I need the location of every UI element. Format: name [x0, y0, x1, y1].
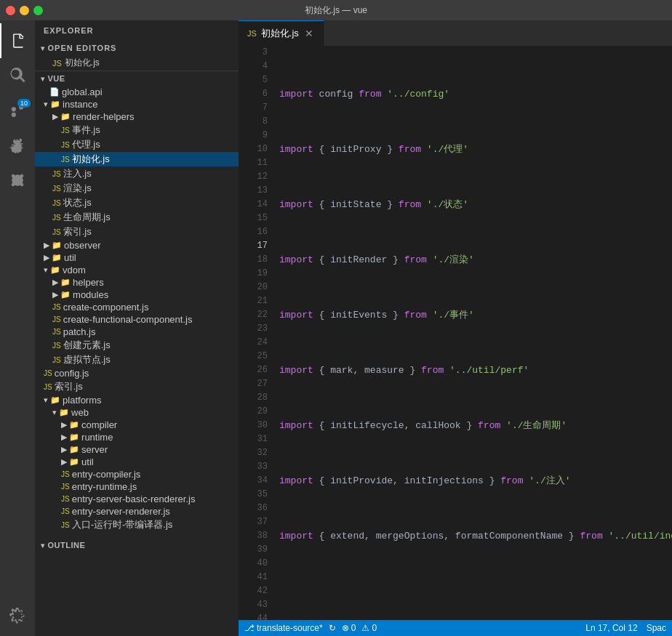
vue-section-header[interactable]: ▾ VUE	[35, 71, 239, 86]
open-editors-list: JS 初始化.js	[35, 55, 239, 71]
tab-file-icon: JS	[247, 29, 257, 38]
file-icon-index2: JS	[44, 383, 52, 391]
window-controls	[6, 6, 43, 15]
file-icon-create-functional: JS	[52, 315, 61, 323]
tree-item-init[interactable]: JS 初始化.js	[35, 152, 239, 166]
warning-icon: ⚠	[361, 623, 369, 633]
tree-item-entry-server-basic[interactable]: JS entry-server-basic-renderer.js	[35, 493, 239, 505]
tree-item-vdom[interactable]: ▾ 📁 vdom	[35, 264, 239, 276]
tree-item-index2[interactable]: JS 索引.js	[35, 379, 239, 394]
file-tree: ▾ VUE 📄 global.api ▾ 📁 instance ▶ 📁 rend…	[35, 71, 239, 636]
tree-item-compiler[interactable]: ▶ 📁 compiler	[35, 419, 239, 431]
tree-item-lifecycle[interactable]: JS 生命周期.js	[35, 210, 239, 225]
tree-item-entry-compiler[interactable]: JS entry-compiler.js	[35, 468, 239, 480]
tree-item-runtime[interactable]: ▶ 📁 runtime	[35, 431, 239, 443]
tree-item-render-helpers[interactable]: ▶ 📁 render-helpers	[35, 110, 239, 123]
code-editor[interactable]: 3 4 5 6 7 8 9 10 11 12 13 14 15 16 17 18…	[239, 46, 672, 620]
file-icon-proxy: JS	[61, 141, 70, 149]
folder-icon-instance: ▾ 📁	[44, 100, 60, 109]
outline-section-header[interactable]: ▾ Outline	[35, 538, 239, 552]
minimize-button[interactable]	[20, 6, 29, 15]
tab-label: 初始化.js	[261, 27, 299, 40]
file-icon-inject: JS	[52, 170, 61, 178]
tree-item-patch[interactable]: JS patch.js	[35, 326, 239, 338]
tree-item-web[interactable]: ▾ 📁 web	[35, 406, 239, 419]
open-editors-section: ▾ Open Editors JS 初始化.js	[35, 41, 239, 71]
tab-init-js[interactable]: JS 初始化.js ✕	[239, 20, 324, 46]
tree-item-entry-server-renderer[interactable]: JS entry-server-renderer.js	[35, 505, 239, 518]
tree-item-entry-runtime-compiler[interactable]: JS 入口-运行时-带编译器.js	[35, 518, 239, 532]
open-editor-item[interactable]: JS 初始化.js	[35, 55, 239, 71]
tree-item-create-component[interactable]: JS create-component.js	[35, 301, 239, 313]
tree-label-vnode: 虚拟节点.js	[63, 353, 111, 366]
tree-item-util[interactable]: ▶ 📁 util	[35, 251, 239, 264]
tree-label-render: 渲染.js	[63, 182, 92, 195]
tree-label-vdom: vdom	[63, 265, 86, 275]
js-file-icon: JS	[52, 59, 62, 68]
tree-item-util2[interactable]: ▶ 📁 util	[35, 456, 239, 468]
file-icon-config: JS	[44, 369, 52, 377]
status-sync[interactable]: ↻	[329, 623, 336, 633]
sidebar-title: Explorer	[35, 20, 239, 41]
activity-bar: 10	[0, 20, 35, 636]
tree-label-inject: 注入.js	[63, 167, 92, 180]
vue-label: VUE	[48, 74, 65, 83]
code-line-11: import { extend, mergeOptions, formatCom…	[279, 529, 672, 543]
tree-item-config[interactable]: JS config.js	[35, 367, 239, 379]
tree-item-instance[interactable]: ▾ 📁 instance	[35, 98, 239, 110]
source-control-activity-icon[interactable]: 10	[0, 93, 35, 128]
tree-item-server[interactable]: ▶ 📁 server	[35, 443, 239, 456]
tree-label-entry-runtime-compiler: 入口-运行时-带编译器.js	[72, 518, 173, 531]
tree-item-create-element[interactable]: JS 创建元素.js	[35, 338, 239, 353]
window-title: 初始化.js — vue	[305, 4, 367, 17]
extensions-activity-icon[interactable]	[0, 163, 35, 198]
files-activity-icon[interactable]	[0, 23, 35, 58]
maximize-button[interactable]	[33, 6, 43, 15]
outline-label: Outline	[48, 541, 86, 550]
status-indent[interactable]: Spac	[647, 623, 666, 633]
search-activity-icon[interactable]	[0, 58, 35, 93]
tree-item-entry-runtime[interactable]: JS entry-runtime.js	[35, 480, 239, 493]
code-line-10: import { initProvide, initInjections } f…	[279, 474, 672, 488]
tree-item-helpers[interactable]: ▶ 📁 helpers	[35, 276, 239, 289]
tab-close-button[interactable]: ✕	[303, 28, 315, 39]
status-errors[interactable]: ⊗ 0	[342, 623, 356, 633]
file-icon-patch: JS	[52, 328, 61, 336]
tree-label-entry-server-renderer: entry-server-renderer.js	[72, 506, 170, 517]
code-line-6: import { initRender } from './渲染'	[279, 253, 672, 267]
tree-label-patch: patch.js	[63, 326, 96, 337]
status-bar: ⎇ translate-source* ↻ ⊗ 0 ⚠ 0 Ln 17, Col	[239, 620, 672, 636]
editor-area: JS 初始化.js ✕ 3 4 5 6 7 8 9 10 11 12 13 14…	[239, 20, 672, 636]
status-branch[interactable]: ⎇ translate-source*	[244, 623, 323, 633]
tree-item-render[interactable]: JS 渲染.js	[35, 181, 239, 196]
file-icon-entry-server-renderer: JS	[61, 507, 70, 515]
tree-item-platforms[interactable]: ▾ 📁 platforms	[35, 394, 239, 406]
tree-item-index1[interactable]: JS 索引.js	[35, 225, 239, 239]
tree-label-proxy: 代理.js	[72, 138, 100, 151]
error-icon: ⊗	[342, 623, 349, 633]
settings-activity-icon[interactable]	[0, 598, 35, 633]
file-icon-index1: JS	[52, 228, 61, 236]
open-editors-header[interactable]: ▾ Open Editors	[35, 41, 239, 55]
status-warnings[interactable]: ⚠ 0	[361, 623, 377, 633]
status-cursor[interactable]: Ln 17, Col 12	[585, 623, 637, 633]
tree-item-vnode[interactable]: JS 虚拟节点.js	[35, 353, 239, 367]
tree-item-modules[interactable]: ▶ 📁 modules	[35, 289, 239, 301]
tree-label-state: 状态.js	[63, 196, 92, 209]
debug-activity-icon[interactable]	[0, 128, 35, 163]
close-button[interactable]	[6, 6, 15, 15]
tree-label-util: util	[64, 252, 76, 263]
tree-label-instance: instance	[63, 99, 97, 110]
tree-item-global-api[interactable]: 📄 global.api	[35, 86, 239, 98]
tree-item-events[interactable]: JS 事件.js	[35, 123, 239, 137]
tree-item-state[interactable]: JS 状态.js	[35, 196, 239, 210]
tree-item-inject[interactable]: JS 注入.js	[35, 166, 239, 181]
sidebar: Explorer ▾ Open Editors JS 初始化.js ▾ VUE	[35, 20, 239, 636]
file-icon-entry-runtime: JS	[61, 483, 70, 491]
tree-item-proxy[interactable]: JS 代理.js	[35, 137, 239, 152]
tree-item-create-functional[interactable]: JS create-functional-component.js	[35, 313, 239, 326]
folder-icon-helpers: ▶ 📁	[52, 278, 71, 287]
file-icon-state: JS	[52, 199, 61, 207]
branch-label: translate-source*	[257, 623, 323, 633]
tree-item-observer[interactable]: ▶ 📁 observer	[35, 239, 239, 251]
